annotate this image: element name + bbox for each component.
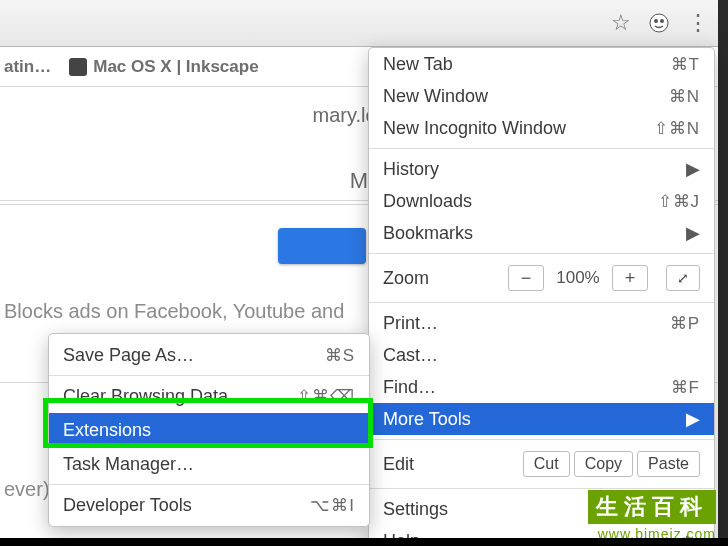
svg-point-1	[654, 19, 658, 23]
menu-label: Downloads	[383, 191, 472, 212]
menu-separator	[369, 488, 714, 489]
menu-shortcut: ⌘N	[669, 86, 700, 107]
favicon-icon	[69, 58, 87, 76]
menu-label: New Tab	[383, 54, 453, 75]
menu-label: New Window	[383, 86, 488, 107]
submenu-item-save-page[interactable]: Save Page As… ⌘S	[49, 338, 369, 372]
menu-label: Cast…	[383, 345, 438, 366]
menu-item-edit: Edit Cut Copy Paste	[369, 444, 714, 484]
svg-point-0	[650, 14, 668, 32]
menu-label: Print…	[383, 313, 438, 334]
bookmark-item[interactable]: atin…	[4, 57, 51, 77]
chrome-main-menu: New Tab ⌘T New Window ⌘N New Incognito W…	[368, 47, 715, 546]
menu-separator	[369, 148, 714, 149]
menu-label: New Incognito Window	[383, 118, 566, 139]
bookmark-star-icon[interactable]: ☆	[606, 8, 636, 38]
zoom-in-button[interactable]: +	[612, 265, 648, 291]
window-edge	[718, 0, 728, 546]
menu-separator	[369, 253, 714, 254]
menu-separator	[49, 484, 369, 485]
menu-shortcut: ⌘T	[671, 54, 700, 75]
submenu-arrow-icon: ▶	[686, 222, 700, 244]
menu-item-history[interactable]: History ▶	[369, 153, 714, 185]
watermark: 生活百科 www.bimeiz.com	[588, 490, 716, 542]
submenu-item-clear-browsing[interactable]: Clear Browsing Data… ⇧⌘⌫	[49, 379, 369, 413]
watermark-title: 生活百科	[588, 490, 716, 524]
menu-item-new-window[interactable]: New Window ⌘N	[369, 80, 714, 112]
zoom-percent: 100%	[548, 268, 608, 288]
menu-shortcut: ⌘F	[671, 377, 700, 398]
menu-label: History	[383, 159, 439, 180]
menu-item-zoom: Zoom − 100% + ⤢	[369, 258, 714, 298]
submenu-arrow-icon: ▶	[686, 408, 700, 430]
menu-item-downloads[interactable]: Downloads ⇧⌘J	[369, 185, 714, 217]
menu-shortcut: ⌘P	[670, 313, 700, 334]
menu-shortcut: ⌘S	[325, 345, 355, 366]
menu-shortcut: ⇧⌘⌫	[297, 386, 355, 407]
page-description: Blocks ads on Facebook, Youtube and	[4, 300, 344, 323]
menu-label: Clear Browsing Data…	[63, 386, 246, 407]
menu-label: Task Manager…	[63, 454, 194, 475]
page-text-fragment: ever)	[4, 478, 50, 501]
menu-item-bookmarks[interactable]: Bookmarks ▶	[369, 217, 714, 249]
menu-label: Extensions	[63, 420, 151, 441]
menu-label: Zoom	[383, 268, 429, 289]
copy-button[interactable]: Copy	[574, 451, 633, 477]
bookmark-label: atin…	[4, 57, 51, 77]
menu-shortcut: ⇧⌘N	[654, 118, 700, 139]
svg-point-2	[660, 19, 664, 23]
menu-label: Find…	[383, 377, 436, 398]
menu-item-new-incognito[interactable]: New Incognito Window ⇧⌘N	[369, 112, 714, 144]
bookmark-item[interactable]: Mac OS X | Inkscape	[69, 57, 258, 77]
submenu-arrow-icon: ▶	[686, 158, 700, 180]
menu-item-more-tools[interactable]: More Tools ▶	[369, 403, 714, 435]
zoom-out-button[interactable]: −	[508, 265, 544, 291]
menu-label: Bookmarks	[383, 223, 473, 244]
menu-shortcut: ⇧⌘J	[658, 191, 701, 212]
submenu-item-task-manager[interactable]: Task Manager…	[49, 447, 369, 481]
more-tools-submenu: Save Page As… ⌘S Clear Browsing Data… ⇧⌘…	[48, 333, 370, 527]
menu-label: More Tools	[383, 409, 471, 430]
submenu-item-developer-tools[interactable]: Developer Tools ⌥⌘I	[49, 488, 369, 522]
menu-item-find[interactable]: Find… ⌘F	[369, 371, 714, 403]
chrome-menu-button[interactable]: ⋮	[682, 8, 712, 38]
menu-label: Save Page As…	[63, 345, 194, 366]
browser-toolbar: ☆ ⋮	[0, 0, 718, 47]
menu-label: Developer Tools	[63, 495, 192, 516]
paste-button[interactable]: Paste	[637, 451, 700, 477]
fullscreen-button[interactable]: ⤢	[666, 265, 700, 291]
menu-shortcut: ⌥⌘I	[310, 495, 355, 516]
menu-label: Edit	[383, 454, 414, 475]
menu-item-cast[interactable]: Cast…	[369, 339, 714, 371]
menu-item-print[interactable]: Print… ⌘P	[369, 307, 714, 339]
menu-separator	[369, 439, 714, 440]
submenu-item-extensions[interactable]: Extensions	[49, 413, 369, 447]
primary-button[interactable]	[278, 228, 366, 264]
menu-item-new-tab[interactable]: New Tab ⌘T	[369, 48, 714, 80]
bottom-border	[0, 538, 728, 546]
bookmark-label: Mac OS X | Inkscape	[93, 57, 258, 77]
menu-label: Settings	[383, 499, 448, 520]
extension-icon[interactable]	[644, 8, 674, 38]
menu-separator	[49, 375, 369, 376]
cut-button[interactable]: Cut	[523, 451, 570, 477]
menu-separator	[369, 302, 714, 303]
